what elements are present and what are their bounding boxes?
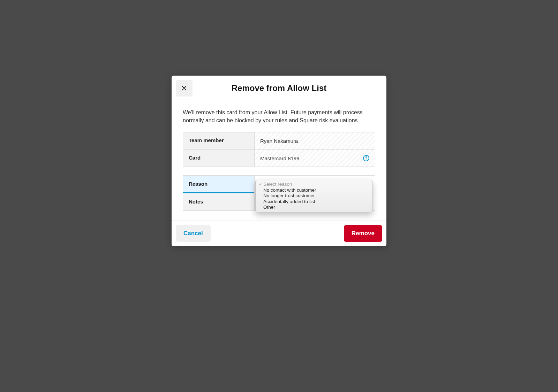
close-button[interactable] <box>176 80 193 97</box>
card-value: Mastercard 8199 ? <box>255 150 375 167</box>
modal-body: We'll remove this card from your Allow L… <box>172 100 386 221</box>
reason-label: Reason <box>183 176 255 193</box>
dropdown-option[interactable]: No contact with customer <box>256 187 372 193</box>
notes-label: Notes <box>183 193 255 210</box>
check-icon: ✓ <box>258 182 263 187</box>
card-label: Card <box>183 150 255 167</box>
info-group: Team member Ryan Nakamura Card Mastercar… <box>183 132 375 167</box>
modal-description: We'll remove this card from your Allow L… <box>183 108 375 124</box>
dropdown-option[interactable]: No longer trust customer <box>256 193 372 199</box>
remove-button[interactable]: Remove <box>344 225 382 242</box>
team-member-label: Team member <box>183 132 255 149</box>
dropdown-option[interactable]: Accidentally added to list <box>256 199 372 205</box>
cancel-button[interactable]: Cancel <box>176 225 211 242</box>
card-row: Card Mastercard 8199 ? <box>183 149 375 167</box>
reason-dropdown: ✓ Select reason No contact with customer… <box>255 180 372 212</box>
close-icon <box>181 85 187 91</box>
dropdown-option[interactable]: Other <box>256 205 372 210</box>
team-member-row: Team member Ryan Nakamura <box>183 132 375 149</box>
remove-allow-list-modal: Remove from Allow List We'll remove this… <box>172 76 386 246</box>
team-member-value: Ryan Nakamura <box>255 132 375 149</box>
form-group: Reason Notes ✓ Select reason No contact … <box>183 175 375 211</box>
dropdown-placeholder[interactable]: ✓ Select reason <box>256 182 372 187</box>
help-icon[interactable]: ? <box>363 155 369 161</box>
modal-title: Remove from Allow List <box>177 80 381 93</box>
modal-header: Remove from Allow List <box>172 76 386 100</box>
modal-footer: Cancel Remove <box>172 221 386 246</box>
